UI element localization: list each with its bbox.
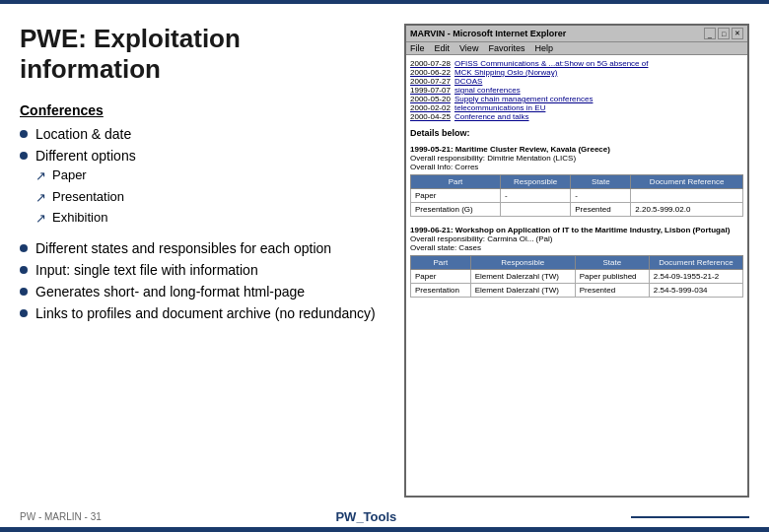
browser-menubar: File Edit View Favorites Help: [406, 42, 747, 55]
bullet-text: Different states and responsibles for ea…: [35, 240, 331, 256]
bullet-text: Generates short- and long-format html-pa…: [35, 284, 305, 299]
cell-ref: 2.54-5-999-034: [649, 284, 742, 298]
left-panel: PWE: Exploitation information Conference…: [20, 24, 384, 498]
link-text[interactable]: DCOAS: [454, 77, 482, 86]
bullet-text: Location & date: [35, 126, 131, 142]
date-label: 2000-04-25: [410, 112, 451, 121]
bullet-dot: [20, 130, 28, 138]
arrow-icon: ↗: [35, 210, 46, 228]
link-text[interactable]: Supply chain management conferences: [454, 95, 594, 103]
sub-options-list: ↗ Paper ↗ Presentation ↗ Exhibition: [35, 167, 124, 231]
menu-favorites[interactable]: Favorites: [488, 43, 524, 53]
list-item: 2000-04-25 Conference and talks: [410, 112, 743, 121]
conference-responsibility-1: Overall responsibility: Dimitrie Mentati…: [410, 154, 743, 163]
menu-view[interactable]: View: [459, 43, 478, 53]
table-row: Presentation (G) Presented 2.20.5-999.02…: [411, 203, 743, 217]
conference-sub-1: Overall Info: Corres: [410, 163, 743, 171]
link-text[interactable]: OFISS Communications & ...at:Show on 5G …: [454, 59, 649, 68]
close-button[interactable]: ✕: [732, 28, 743, 39]
date-label: 2000-07-28: [410, 59, 451, 68]
conference-table-1: Part Responsible State Document Referenc…: [410, 174, 743, 217]
minimize-icon: _: [708, 31, 712, 37]
cell-responsible: -: [500, 189, 570, 203]
bullet-text: Different options: [35, 148, 136, 164]
arrow-icon: ↗: [35, 167, 46, 185]
menu-edit[interactable]: Edit: [435, 43, 451, 53]
cell-part: Presentation: [411, 284, 471, 298]
bullet-dot: [20, 244, 28, 252]
cell-state: -: [571, 189, 631, 203]
cell-responsible: [500, 203, 570, 217]
date-label: 2000-02-02: [410, 103, 451, 112]
bullet-dot: [20, 288, 28, 296]
conference-title-2: 1999-06-21: Workshop on Application of I…: [410, 226, 743, 234]
table-header-ref: Document Reference: [631, 175, 743, 189]
bullet-list: Location & date Different options ↗ Pape…: [20, 126, 384, 327]
link-text[interactable]: signal conferences: [454, 86, 521, 95]
details-label: Details below:: [410, 128, 743, 138]
table-header-responsible: Responsible: [500, 175, 570, 189]
link-text[interactable]: telecommunications in EU: [454, 103, 545, 112]
slide-container: PWE: Exploitation information Conference…: [0, 0, 769, 532]
slide-footer: PW - MARLIN - 31 PW_Tools: [0, 509, 769, 524]
bullet-dot: [20, 152, 28, 160]
cell-state: Presented: [575, 284, 649, 298]
date-label: 2000-07-27: [410, 77, 451, 86]
conference-responsibility-2: Overall responsibility: Carmina Ol... (P…: [410, 234, 743, 243]
list-item: ↗ Paper: [35, 167, 124, 185]
cell-ref: [631, 189, 743, 203]
minimize-button[interactable]: _: [704, 28, 716, 39]
cell-ref: 2.54-09-1955-21-2: [649, 270, 742, 284]
browser-titlebar: MARVIN - Microsoft Internet Explorer _ □…: [406, 26, 747, 42]
link-text[interactable]: MCK Shipping Oslo (Norway): [454, 68, 557, 77]
browser-window[interactable]: MARVIN - Microsoft Internet Explorer _ □…: [404, 24, 749, 498]
list-item: 2000-07-28 OFISS Communications & ...at:…: [410, 59, 743, 68]
cell-state: Paper published: [575, 270, 649, 284]
slide-title: PWE: Exploitation information: [20, 24, 384, 85]
date-label: 1999-07-07: [410, 86, 451, 95]
table-header-responsible: Responsible: [470, 256, 575, 270]
bullet-text: Input: single text file with information: [35, 262, 258, 278]
cell-responsible: Element Dalerzahl (TW): [470, 284, 575, 298]
list-item: ↗ Exhibition: [35, 210, 124, 228]
cell-state: Presented: [571, 203, 631, 217]
bottom-border: [0, 528, 769, 532]
table-header-ref: Document Reference: [649, 256, 742, 270]
list-item: Different states and responsibles for ea…: [20, 240, 384, 256]
maximize-button[interactable]: □: [718, 28, 730, 39]
slide-title-line1: PWE: Exploitation: [20, 24, 241, 53]
conference-title-1: 1999-05-21: Maritime Cluster Review, Kav…: [410, 145, 743, 154]
list-item: 2000-02-02 telecommunications in EU: [410, 103, 743, 112]
slide-content: PWE: Exploitation information Conference…: [0, 4, 769, 527]
link-text[interactable]: Conference and talks: [454, 112, 529, 121]
table-header-state: State: [575, 256, 649, 270]
right-panel: MARVIN - Microsoft Internet Explorer _ □…: [404, 24, 749, 498]
list-item: Generates short- and long-format html-pa…: [20, 284, 384, 299]
conference-table-2: Part Responsible State Document Referenc…: [410, 255, 743, 298]
table-header-part: Part: [411, 175, 501, 189]
sub-item-text: Exhibition: [52, 210, 107, 225]
list-item: 1999-07-07 signal conferences: [410, 86, 743, 95]
bullet-dot: [20, 309, 28, 317]
list-item: Location & date: [20, 126, 384, 142]
browser-title: MARVIN - Microsoft Internet Explorer: [410, 29, 566, 38]
conferences-label: Conferences: [20, 102, 384, 118]
table-row: Paper Element Dalerzahl (TW) Paper publi…: [411, 270, 743, 284]
conference-sub-2: Overall state: Cases: [410, 243, 743, 252]
menu-file[interactable]: File: [410, 43, 425, 53]
browser-controls[interactable]: _ □ ✕: [704, 28, 743, 39]
list-item: Links to profiles and document archive (…: [20, 305, 384, 321]
list-item: Input: single text file with information: [20, 262, 384, 278]
footer-left-text: PW - MARLIN - 31: [20, 511, 102, 522]
date-label: 2000-06-22: [410, 68, 451, 77]
slide-title-line2: information: [20, 54, 161, 84]
conference-entry-1: 1999-05-21: Maritime Cluster Review, Kav…: [410, 145, 743, 217]
conference-entry-2: 1999-06-21: Workshop on Application of I…: [410, 226, 743, 298]
list-item: 2000-06-22 MCK Shipping Oslo (Norway): [410, 68, 743, 77]
close-icon: ✕: [734, 30, 740, 37]
menu-help[interactable]: Help: [534, 43, 553, 53]
bullet-dot: [20, 266, 28, 274]
table-row: Paper - -: [411, 189, 743, 203]
table-row: Presentation Element Dalerzahl (TW) Pres…: [411, 284, 743, 298]
cell-part: Paper: [411, 189, 501, 203]
